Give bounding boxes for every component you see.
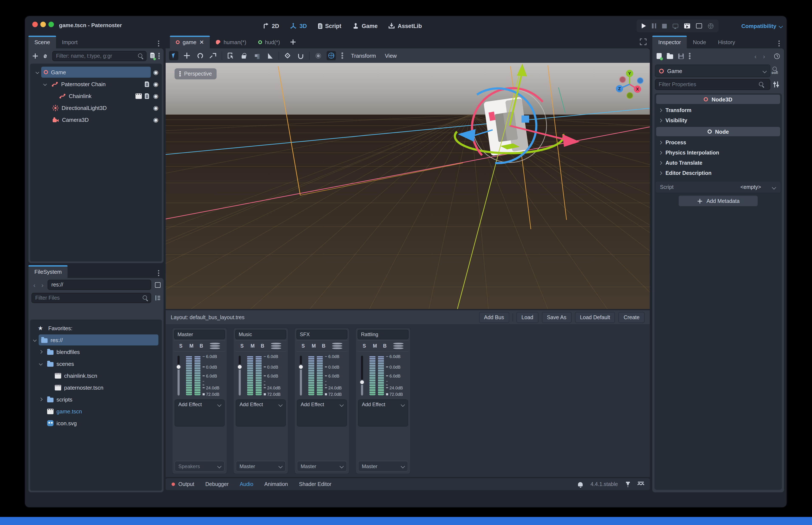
bell-icon[interactable]: [578, 482, 583, 486]
renderer-selector[interactable]: Compatibility: [741, 16, 782, 36]
new-resource-button[interactable]: [656, 53, 662, 59]
tree-row-game[interactable]: Game ◉: [30, 66, 162, 78]
add-effect-dropdown[interactable]: Add Effect: [297, 400, 346, 409]
scene-tab-hud[interactable]: hud(*): [252, 36, 286, 48]
add-metadata-button[interactable]: Add Metadata: [679, 196, 758, 206]
mode-assetlib[interactable]: AssetLib: [389, 23, 422, 29]
bypass-button[interactable]: B: [383, 343, 393, 348]
bottom-tab-audio[interactable]: Audio: [240, 481, 253, 487]
window-zoom-button[interactable]: [48, 21, 54, 27]
section-physics-interpolation[interactable]: Physics Interpolation: [654, 148, 782, 158]
collapse-icon[interactable]: [36, 71, 39, 74]
sun-button[interactable]: [313, 51, 323, 60]
add-bus-button[interactable]: Add Bus: [479, 312, 509, 323]
add-effect-dropdown[interactable]: Add Effect: [236, 400, 285, 409]
object-history-icon[interactable]: [774, 53, 780, 59]
volume-knob[interactable]: [176, 364, 181, 370]
remote-debug-button[interactable]: [673, 24, 678, 28]
history-forward-icon[interactable]: ›: [761, 52, 767, 60]
solo-button[interactable]: S: [301, 343, 312, 348]
tree-row-camera3d[interactable]: Camera3D ◉: [30, 114, 162, 126]
expand-viewport-icon[interactable]: [640, 39, 646, 45]
stop-button[interactable]: [662, 24, 667, 28]
tab-node[interactable]: Node: [687, 36, 712, 48]
expand-icon[interactable]: [39, 398, 43, 401]
mode-2d[interactable]: 2D: [263, 23, 279, 29]
expand-bottom-panel-icon[interactable]: [638, 481, 644, 487]
load-resource-button[interactable]: [667, 54, 673, 59]
play-scene-button[interactable]: [684, 23, 690, 28]
script-badge-icon[interactable]: [145, 93, 149, 99]
script-badge-icon[interactable]: [145, 81, 149, 87]
bus-send-dropdown[interactable]: Speakers: [175, 461, 225, 471]
split-view-icon[interactable]: [155, 282, 161, 287]
view-menu[interactable]: View: [382, 52, 399, 59]
tab-import[interactable]: Import: [56, 36, 84, 48]
bus-name-input[interactable]: Master: [174, 330, 225, 339]
bus-menu-icon[interactable]: [271, 345, 281, 347]
viewport-3d[interactable]: Y X Z Perspective: [166, 63, 650, 309]
bus-send-dropdown[interactable]: Master: [236, 461, 286, 471]
bottom-tab-debugger[interactable]: Debugger: [205, 481, 229, 487]
bus-send-dropdown[interactable]: Master: [358, 461, 408, 471]
fs-row-icon-svg[interactable]: icon.svg: [30, 417, 162, 429]
scale-tool-button[interactable]: [208, 51, 218, 60]
bus-name-input[interactable]: Rattling: [358, 330, 409, 339]
viewport-settings-menu-icon[interactable]: [341, 55, 343, 57]
save-as-button[interactable]: Save As: [542, 312, 572, 323]
axis-neg-z-handle[interactable]: [637, 78, 643, 84]
fs-row-favorites[interactable]: ★ Favorites:: [30, 322, 162, 334]
fs-row-chainlink-tscn[interactable]: chainlink.tscn: [30, 370, 162, 381]
expand-icon[interactable]: [39, 350, 43, 354]
resource-menu-icon[interactable]: [689, 55, 690, 57]
transform-menu[interactable]: Transform: [349, 52, 379, 59]
bypass-button[interactable]: B: [200, 343, 210, 348]
lock-button[interactable]: [239, 51, 248, 60]
volume-knob[interactable]: [298, 364, 304, 370]
scene-filter-input[interactable]: [52, 51, 146, 61]
property-tools-icon[interactable]: [773, 81, 780, 88]
sort-icon[interactable]: [154, 295, 161, 301]
magnet-button[interactable]: [296, 51, 305, 60]
fs-row-res[interactable]: res://: [30, 334, 162, 346]
history-back-icon[interactable]: ‹: [753, 52, 758, 60]
movie-maker-button[interactable]: [708, 23, 713, 29]
bottom-tab-output[interactable]: Output: [172, 481, 194, 487]
collapse-icon[interactable]: [39, 362, 43, 366]
attach-script-button[interactable]: [150, 52, 154, 59]
section-visibility[interactable]: Visibility: [654, 116, 782, 126]
mode-game[interactable]: Game: [353, 23, 378, 29]
collapse-icon[interactable]: [33, 338, 37, 342]
tab-history[interactable]: History: [712, 36, 741, 48]
scene-instance-icon[interactable]: [135, 93, 142, 99]
window-close-button[interactable]: [32, 21, 38, 27]
solo-button[interactable]: S: [363, 343, 373, 348]
bus-menu-icon[interactable]: [393, 345, 403, 347]
mute-button[interactable]: M: [251, 343, 261, 348]
tree-row-chainlink[interactable]: Chainlink ◉: [30, 90, 162, 102]
object-selector[interactable]: Game: [655, 64, 770, 77]
bypass-button[interactable]: B: [322, 343, 332, 348]
load-button[interactable]: Load: [516, 312, 538, 323]
select-tool-button[interactable]: [169, 51, 178, 60]
snap-button[interactable]: [283, 51, 292, 60]
bus-menu-icon[interactable]: [332, 345, 342, 347]
open-docs-button[interactable]: DOC: [771, 66, 781, 76]
section-process[interactable]: Process: [654, 137, 782, 148]
axis-neg-y-handle[interactable]: [627, 92, 633, 99]
fs-row-paternoster-tscn[interactable]: paternoster.tscn: [30, 381, 162, 393]
filesystem-menu-icon[interactable]: [158, 272, 159, 274]
visibility-icon[interactable]: ◉: [153, 69, 158, 75]
instance-scene-button[interactable]: [42, 53, 48, 59]
bus-menu-icon[interactable]: [210, 345, 220, 347]
add-node-button[interactable]: [32, 53, 38, 59]
bus-name-input[interactable]: SFX: [296, 330, 348, 339]
save-resource-button[interactable]: [678, 53, 684, 59]
visibility-icon[interactable]: ◉: [153, 105, 158, 111]
nav-forward-icon[interactable]: ›: [40, 281, 45, 288]
tab-inspector[interactable]: Inspector: [652, 36, 687, 48]
bus-name-input[interactable]: Music: [235, 330, 286, 339]
visibility-icon[interactable]: ◉: [153, 81, 158, 87]
create-button[interactable]: Create: [619, 312, 645, 323]
axis-neg-x-handle[interactable]: [620, 77, 625, 82]
